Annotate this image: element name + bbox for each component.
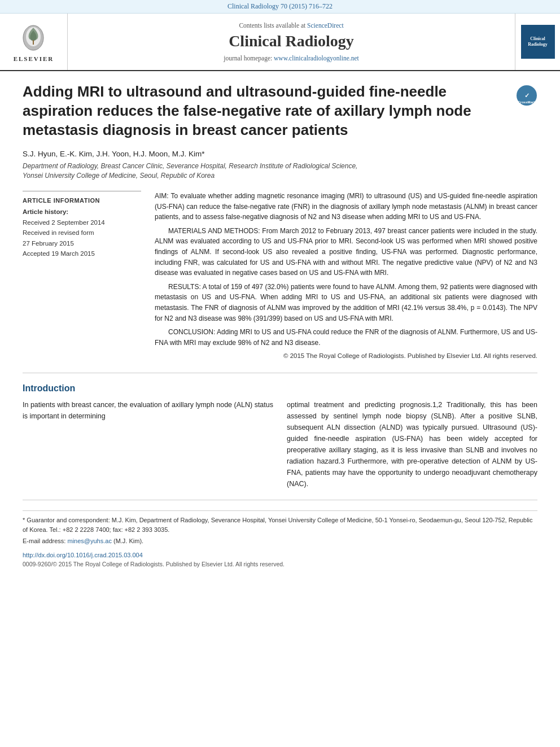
article-title-text: Adding MRI to ultrasound and ultrasound-…	[23, 82, 510, 139]
email-link[interactable]: mines@yuhs.ac	[67, 538, 111, 544]
accepted-date: Accepted 19 March 2015	[23, 248, 141, 259]
elsevier-tree-icon	[12, 22, 55, 53]
authors: S.J. Hyun, E.-K. Kim, J.H. Yoon, H.J. Mo…	[23, 150, 537, 158]
revised-date: 27 February 2015	[23, 238, 141, 248]
email-suffix: (M.J. Kim).	[113, 538, 143, 544]
affiliation-line1: Department of Radiology, Breast Cancer C…	[23, 162, 357, 170]
article-history-label: Article history:	[23, 208, 141, 215]
article-info-column: ARTICLE INFORMATION Article history: Rec…	[23, 191, 141, 361]
abstract-copyright: © 2015 The Royal College of Radiologists…	[155, 351, 537, 361]
intro-left-text: In patients with breast cancer, the eval…	[23, 399, 273, 422]
history-dates: Received 2 September 2014 Received in re…	[23, 217, 141, 259]
abstract-column: AIM: To evaluate whether adding magnetic…	[155, 191, 537, 361]
top-bar: Clinical Radiology 70 (2015) 716–722	[0, 0, 560, 14]
homepage-line: journal homepage: www.clinicalradiologyo…	[224, 55, 358, 62]
article-info-box: ARTICLE INFORMATION Article history: Rec…	[23, 191, 141, 259]
doi-anchor[interactable]: http://dx.doi.org/10.1016/j.crad.2015.03…	[23, 552, 143, 558]
issn-line: 0009-9260/© 2015 The Royal College of Ra…	[23, 561, 537, 567]
elsevier-brand-text: ELSEVIER	[14, 55, 54, 62]
guarantor-text: * Guarantor and correspondent: M.J. Kim,…	[23, 516, 537, 534]
journal-center: Contents lists available at ScienceDirec…	[68, 14, 515, 70]
journal-header: ELSEVIER Contents lists available at Sci…	[0, 14, 560, 71]
abstract-conclusion: CONCLUSION: Adding MRI to US and US-FNA …	[155, 327, 537, 348]
article-info-heading: ARTICLE INFORMATION	[23, 197, 141, 204]
article-title-row: Adding MRI to ultrasound and ultrasound-…	[23, 82, 537, 139]
section-divider	[23, 373, 537, 373]
email-line: E-mail address: mines@yuhs.ac (M.J. Kim)…	[23, 536, 537, 546]
introduction-heading-wrapper: Introduction	[23, 383, 537, 394]
journal-logo-text: ClinicalRadiology	[528, 36, 548, 47]
footnote-section: * Guarantor and correspondent: M.J. Kim,…	[23, 510, 537, 546]
abstract: AIM: To evaluate whether adding magnetic…	[155, 191, 537, 361]
sciencedirect-link[interactable]: ScienceDirect	[307, 22, 344, 29]
svg-text:CrossMark: CrossMark	[518, 101, 536, 104]
intro-right-text: optimal treatment and predicting prognos…	[287, 399, 537, 490]
footnote-divider	[23, 500, 537, 500]
email-label: E-mail address:	[23, 538, 67, 544]
intro-right-column: optimal treatment and predicting prognos…	[287, 399, 537, 490]
affiliation-line2: Yonsei University College of Medicine, S…	[23, 172, 215, 180]
abstract-methods: MATERIALS AND METHODS: From March 2012 t…	[155, 226, 537, 278]
introduction-section: In patients with breast cancer, the eval…	[23, 399, 537, 490]
abstract-results: RESULTS: A total of 159 of 497 (32.0%) p…	[155, 282, 537, 324]
article-info-abstract-row: ARTICLE INFORMATION Article history: Rec…	[23, 191, 537, 361]
journal-logo-box: ClinicalRadiology	[521, 25, 555, 59]
affiliation: Department of Radiology, Breast Cancer C…	[23, 161, 537, 181]
contents-line: Contents lists available at ScienceDirec…	[239, 22, 343, 29]
doi-link[interactable]: http://dx.doi.org/10.1016/j.crad.2015.03…	[23, 552, 537, 558]
elsevier-logo: ELSEVIER	[0, 14, 68, 70]
crossmark-icon: ✓ CrossMark	[516, 85, 537, 106]
journal-citation: Clinical Radiology 70 (2015) 716–722	[228, 2, 333, 10]
received-date: Received 2 September 2014	[23, 217, 141, 228]
main-content: Adding MRI to ultrasound and ultrasound-…	[0, 71, 560, 579]
introduction-heading: Introduction	[23, 383, 537, 394]
journal-logo-right: ClinicalRadiology	[515, 14, 560, 70]
intro-left-column: In patients with breast cancer, the eval…	[23, 399, 273, 490]
svg-text:✓: ✓	[524, 92, 530, 99]
journal-title: Clinical Radiology	[229, 32, 354, 50]
guarantor-note: * Guarantor and correspondent: M.J. Kim,…	[23, 517, 533, 533]
revised-label: Received in revised form	[23, 228, 141, 238]
abstract-aim: AIM: To evaluate whether adding magnetic…	[155, 191, 537, 222]
homepage-url[interactable]: www.clinicalradiologyonline.net	[274, 55, 359, 62]
